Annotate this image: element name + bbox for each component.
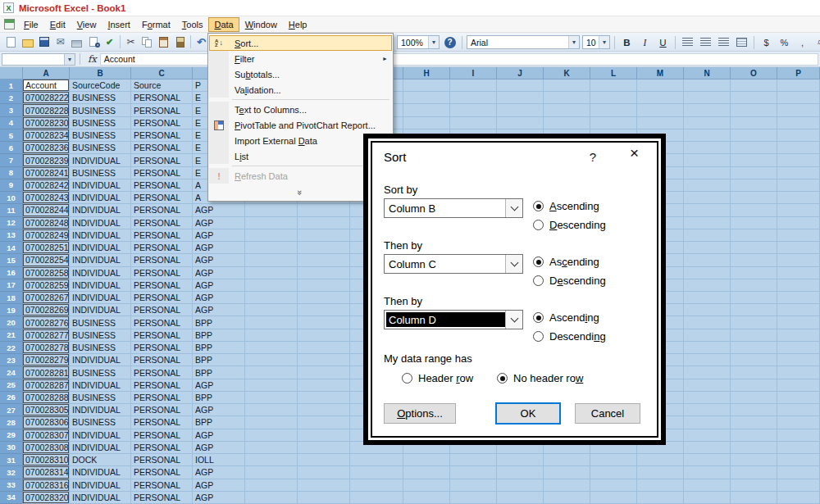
row-header-30[interactable]: 30 — [0, 442, 23, 454]
cell-C7[interactable]: PERSONAL — [131, 154, 193, 166]
row-header-5[interactable]: 5 — [0, 129, 23, 142]
cell-D30[interactable]: AGP — [193, 442, 245, 454]
cell-A19[interactable]: 070028269 — [23, 304, 70, 316]
cell-I3[interactable] — [450, 104, 497, 116]
column-header-B[interactable]: B — [70, 67, 131, 79]
combo-dropdown-button[interactable] — [505, 199, 522, 217]
cell-M3[interactable] — [637, 104, 684, 116]
cell-L4[interactable] — [590, 117, 637, 129]
cell-O4[interactable] — [731, 117, 777, 129]
cell-P25[interactable] — [777, 379, 820, 392]
cell-C14[interactable]: PERSONAL — [131, 242, 193, 254]
cell-C21[interactable]: PERSONAL — [131, 329, 193, 342]
cell-D25[interactable]: AGP — [193, 379, 245, 392]
chevron-down-icon[interactable] — [428, 36, 439, 48]
sort-by-combo[interactable]: Column B — [384, 198, 523, 218]
cell-I31[interactable] — [450, 454, 497, 466]
row-header-13[interactable]: 13 — [0, 229, 23, 242]
select-all-corner[interactable] — [0, 67, 23, 79]
group-1-descending-radio[interactable]: Descending — [533, 219, 606, 231]
cell-J31[interactable] — [497, 454, 544, 466]
cell-E33[interactable] — [245, 479, 298, 492]
cell-A25[interactable]: 070028287 — [23, 379, 70, 392]
cell-B6[interactable]: BUSINESS — [70, 142, 131, 154]
menu-view[interactable]: View — [71, 17, 102, 32]
cell-D31[interactable]: IOLL — [193, 454, 245, 466]
cell-P22[interactable] — [777, 342, 820, 354]
column-header-A[interactable]: A — [23, 67, 70, 79]
cell-B14[interactable]: INDIVIDUAL — [70, 242, 131, 254]
cell-N25[interactable] — [684, 379, 731, 392]
cell-E21[interactable] — [245, 329, 298, 342]
cell-F23[interactable] — [298, 354, 350, 366]
cell-B27[interactable]: INDIVIDUAL — [70, 404, 131, 416]
cell-N17[interactable] — [684, 279, 731, 292]
cell-B13[interactable]: INDIVIDUAL — [70, 229, 131, 242]
cell-K32[interactable] — [544, 466, 590, 479]
row-header-23[interactable]: 23 — [0, 354, 23, 366]
data-menu-item-validation[interactable]: Validation... — [209, 82, 392, 98]
format-painter-button[interactable] — [172, 34, 188, 50]
cell-C15[interactable]: PERSONAL — [131, 254, 193, 266]
cell-P13[interactable] — [777, 229, 820, 242]
cell-D22[interactable]: BPP — [193, 342, 245, 354]
cell-D24[interactable]: BPP — [193, 366, 245, 379]
cell-K33[interactable] — [544, 479, 590, 492]
cell-B17[interactable]: INDIVIDUAL — [70, 279, 131, 292]
cell-A20[interactable]: 070028276 — [23, 316, 70, 329]
cut-button[interactable] — [123, 34, 139, 50]
cell-O20[interactable] — [731, 316, 777, 329]
cell-C27[interactable]: PERSONAL — [131, 404, 193, 416]
print-button[interactable] — [69, 34, 84, 50]
cell-N12[interactable] — [684, 217, 731, 229]
cell-O3[interactable] — [731, 104, 777, 116]
cell-B23[interactable]: INDIVIDUAL — [70, 354, 131, 366]
cell-O6[interactable] — [731, 142, 777, 154]
cell-M4[interactable] — [637, 117, 684, 129]
cell-B34[interactable]: INDIVIDUAL — [70, 492, 131, 504]
cell-B31[interactable]: DOCK — [70, 454, 131, 466]
cell-E34[interactable] — [245, 492, 298, 504]
cell-I33[interactable] — [450, 479, 497, 492]
cell-J4[interactable] — [497, 117, 544, 129]
chevron-down-icon[interactable] — [599, 36, 609, 48]
cell-O11[interactable] — [731, 204, 777, 216]
cell-A32[interactable]: 070028314 — [23, 466, 70, 479]
row-header-10[interactable]: 10 — [0, 192, 23, 204]
cell-B21[interactable]: BUSINESS — [70, 329, 131, 342]
cell-A33[interactable]: 070028316 — [23, 479, 70, 492]
cell-K4[interactable] — [544, 117, 590, 129]
cell-F34[interactable] — [298, 492, 350, 504]
row-header-22[interactable]: 22 — [0, 342, 23, 354]
row-header-7[interactable]: 7 — [0, 154, 23, 166]
cell-D11[interactable]: AGP — [193, 204, 245, 216]
cell-K34[interactable] — [544, 492, 590, 504]
cell-M2[interactable] — [637, 92, 684, 104]
row-header-19[interactable]: 19 — [0, 304, 23, 316]
cell-E25[interactable] — [245, 379, 298, 392]
cell-I2[interactable] — [450, 92, 497, 104]
cell-P15[interactable] — [777, 254, 820, 266]
column-header-H[interactable]: H — [403, 67, 450, 79]
cell-C17[interactable]: PERSONAL — [131, 279, 193, 292]
cell-C16[interactable]: PERSONAL — [131, 267, 193, 279]
menu-file[interactable]: File — [18, 17, 44, 32]
cell-A28[interactable]: 070028306 — [23, 416, 70, 429]
cell-B25[interactable]: INDIVIDUAL — [70, 379, 131, 392]
column-header-N[interactable]: N — [684, 67, 731, 79]
row-header-29[interactable]: 29 — [0, 429, 23, 442]
cell-A29[interactable]: 070028307 — [23, 429, 70, 442]
cell-C22[interactable]: PERSONAL — [131, 342, 193, 354]
row-header-28[interactable]: 28 — [0, 416, 23, 429]
column-header-J[interactable]: J — [497, 67, 544, 79]
cell-D29[interactable]: AGP — [193, 429, 245, 442]
menu-window[interactable]: Window — [239, 17, 283, 32]
cell-N20[interactable] — [684, 316, 731, 329]
menu-help[interactable]: Help — [283, 17, 313, 32]
cell-M33[interactable] — [637, 479, 684, 492]
cell-N11[interactable] — [684, 204, 731, 216]
row-header-32[interactable]: 32 — [0, 466, 23, 479]
cell-E18[interactable] — [245, 292, 298, 304]
cell-P28[interactable] — [777, 416, 820, 429]
row-header-6[interactable]: 6 — [0, 142, 23, 154]
